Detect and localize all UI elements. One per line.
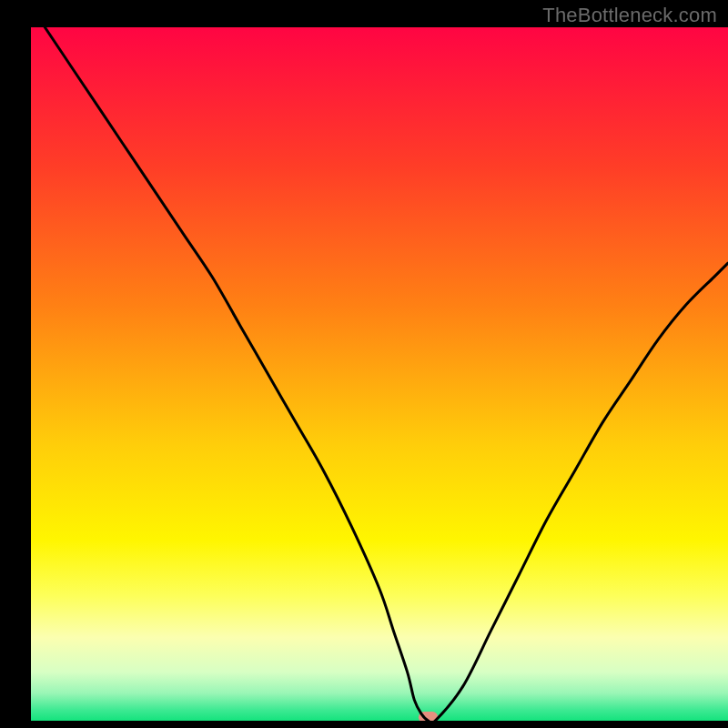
watermark-label: TheBottleneck.com [542,4,717,27]
gradient-background [31,27,728,721]
chart-container: TheBottleneck.com [0,0,728,728]
chart-svg [0,0,728,728]
